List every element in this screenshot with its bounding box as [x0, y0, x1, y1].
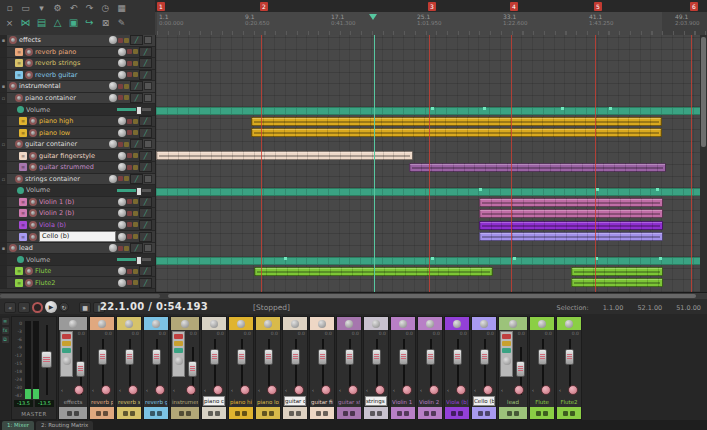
mute-button[interactable]: [127, 280, 132, 285]
envelope-point[interactable]: [431, 107, 434, 110]
strip-name[interactable]: guitar container: [284, 396, 306, 406]
track-row-cello-b-[interactable]: ≡Cello (b)╱: [0, 231, 155, 243]
track-row-reverb-strings[interactable]: ≡reverb strings╱: [0, 58, 155, 70]
grid-settings-icon[interactable]: ▦: [114, 1, 129, 14]
strip-name[interactable]: Flute2: [558, 398, 580, 406]
fx-chip-teal[interactable]: [502, 348, 511, 353]
folder-compact-button[interactable]: [144, 36, 152, 44]
strip-pan-knob[interactable]: [565, 320, 573, 328]
strip-band-button[interactable]: [67, 411, 72, 416]
mixer-menu-icon[interactable]: ≡: [2, 318, 9, 325]
strip-band-button[interactable]: [296, 411, 301, 416]
docker-tab[interactable]: 2: Routing Matrix: [36, 421, 93, 430]
strip-pan-knob[interactable]: [264, 320, 272, 328]
mixer-strip-flute2[interactable]: 0.0‹Flute2: [556, 316, 582, 420]
mixer-strip-flute[interactable]: 0.0‹Flute: [529, 316, 555, 420]
record-arm-button[interactable]: [29, 198, 37, 206]
solo-button[interactable]: [133, 72, 138, 77]
track-row-guitar-fingerstyle[interactable]: ≡guitar fingerstyle╱: [0, 150, 155, 162]
pan-knob[interactable]: [118, 279, 126, 287]
track-row-volume[interactable]: Volume: [0, 104, 155, 116]
fx-chip-red[interactable]: [174, 334, 183, 339]
volume-envelope-segment[interactable]: [156, 107, 707, 115]
strip-mute-button[interactable]: [541, 385, 551, 395]
track-name[interactable]: Violin 1 (b): [39, 198, 116, 206]
strip-name[interactable]: strings container: [365, 396, 387, 406]
transport-time-display[interactable]: 22.1.00 / 0:54.193: [100, 301, 208, 312]
save-project-icon[interactable]: ▾: [34, 1, 49, 14]
record-arm-button[interactable]: [9, 244, 17, 252]
track-name-edit-field[interactable]: Cello (b): [39, 231, 116, 242]
strip-fader[interactable]: [538, 349, 547, 365]
track-row-instrumental[interactable]: ▪instrumental╱: [0, 81, 155, 93]
strip-fx-panel[interactable]: [172, 331, 185, 377]
record-arm-button[interactable]: [29, 129, 37, 137]
fx-chip-yellow[interactable]: [174, 341, 183, 346]
strip-fader[interactable]: [480, 349, 489, 365]
group-items-icon[interactable]: ▤: [34, 16, 49, 29]
mute-button[interactable]: [127, 72, 132, 77]
envelope-point[interactable]: [609, 107, 612, 110]
routing-button[interactable]: ╱: [139, 116, 152, 126]
pan-knob[interactable]: [118, 267, 126, 275]
strip-fader[interactable]: [125, 349, 134, 365]
strip-band-button[interactable]: [235, 411, 240, 416]
track-name[interactable]: instrumental: [19, 82, 107, 90]
strip-name[interactable]: reverb piano: [91, 398, 113, 406]
record-arm-button[interactable]: [15, 94, 23, 102]
strip-band-button[interactable]: [424, 411, 429, 416]
pan-knob[interactable]: [109, 82, 117, 90]
strip-fader[interactable]: [76, 361, 85, 377]
new-project-icon[interactable]: ▫: [2, 1, 17, 14]
mute-button[interactable]: [127, 269, 132, 274]
strip-fader[interactable]: [372, 349, 381, 365]
strip-fader[interactable]: [426, 349, 435, 365]
strip-band-button[interactable]: [123, 411, 128, 416]
strip-band-button[interactable]: [262, 411, 267, 416]
arrange-vertical-scrollbar[interactable]: [700, 35, 707, 292]
fx-chip-red[interactable]: [502, 334, 511, 339]
solo-button[interactable]: [133, 199, 138, 204]
strip-fader[interactable]: [264, 349, 273, 365]
mute-button[interactable]: [118, 246, 123, 251]
mute-button[interactable]: [118, 84, 123, 89]
strip-name[interactable]: effects: [60, 398, 86, 406]
strip-pan-knob[interactable]: [318, 320, 326, 328]
track-name[interactable]: piano container: [25, 94, 107, 102]
pan-knob[interactable]: [118, 233, 126, 241]
mute-button[interactable]: [127, 234, 132, 239]
envelope-point[interactable]: [431, 257, 434, 260]
record-arm-button[interactable]: [29, 152, 37, 160]
track-name[interactable]: Viola (b): [39, 221, 116, 229]
selection-end[interactable]: 52.1.00: [637, 304, 662, 312]
strip-band-button[interactable]: [536, 411, 541, 416]
mute-button[interactable]: [127, 199, 132, 204]
mute-button[interactable]: [127, 222, 132, 227]
solo-button[interactable]: [133, 130, 138, 135]
mixer-strip-violin-1-b-[interactable]: 0.0‹Violin 1 (b): [390, 316, 416, 420]
strip-pan-knob[interactable]: [372, 320, 380, 328]
pan-knob[interactable]: [109, 94, 117, 102]
ruler-tick-lane[interactable]: 1.10:00.0009.10:20.65017.10:41.30025.11:…: [155, 12, 707, 35]
strip-fader[interactable]: [516, 361, 525, 377]
fx-chip-teal[interactable]: [62, 348, 71, 353]
strip-band-button[interactable]: [103, 411, 108, 416]
strip-band-button[interactable]: [397, 411, 402, 416]
arrange-area[interactable]: [155, 35, 707, 292]
mute-button[interactable]: [118, 176, 123, 181]
routing-button[interactable]: ╱: [139, 162, 152, 172]
strip-pan-knob[interactable]: [291, 320, 299, 328]
stop-button[interactable]: ■: [79, 302, 91, 313]
scrollbar-handle[interactable]: [168, 294, 696, 298]
strip-band-button[interactable]: [478, 411, 483, 416]
pan-knob[interactable]: [118, 198, 126, 206]
pan-knob[interactable]: [118, 48, 126, 56]
routing-button[interactable]: ╱: [139, 47, 152, 57]
strip-name[interactable]: guitar strummed: [338, 398, 360, 406]
track-row-guitar-strummed[interactable]: ≡guitar strummed╱: [0, 162, 155, 174]
track-name[interactable]: guitar fingerstyle: [39, 152, 116, 160]
strip-band-button[interactable]: [179, 411, 184, 416]
media-item[interactable]: [251, 128, 662, 137]
track-row-lead[interactable]: ▪lead╱: [0, 243, 155, 255]
pan-knob[interactable]: [118, 163, 126, 171]
